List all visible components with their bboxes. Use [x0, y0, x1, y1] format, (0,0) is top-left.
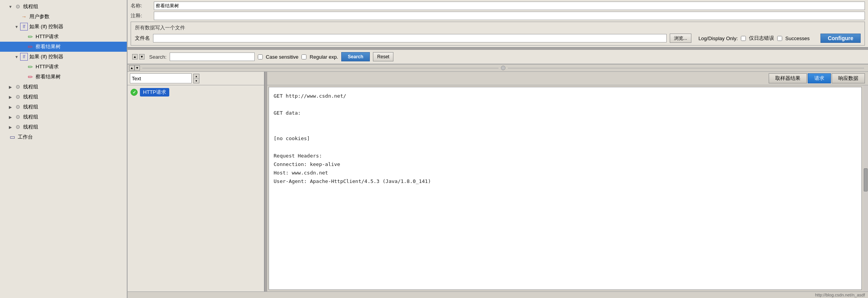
sidebar: ▼ ⚙ 线程组 → 用户参数 ▼ If 如果 (If) 控制器 ✏ HTTP请求… — [0, 0, 128, 298]
group-title: 所有数据写入一个文件 — [135, 24, 861, 31]
scroll-down-btn-2[interactable]: ▼ — [134, 65, 140, 71]
if-icon: If — [20, 23, 28, 30]
http-icon: ✏ — [26, 33, 34, 41]
scroll-down-btn[interactable]: ▼ — [139, 54, 145, 59]
spinner-up[interactable]: ▲ — [194, 74, 199, 79]
expand-arrow-2: ▶ — [8, 84, 13, 90]
name-row: 名称: — [131, 2, 865, 10]
gear-icon-5: ⚙ — [14, 113, 22, 121]
sidebar-item-http-request-2[interactable]: ✏ HTTP请求 — [0, 62, 127, 72]
comment-input[interactable] — [154, 12, 865, 20]
regex-label: Regular exp. — [310, 54, 338, 60]
tree-toolbar: Text ▲ ▼ — [128, 72, 264, 85]
search-input[interactable] — [170, 52, 255, 61]
spacer — [20, 34, 26, 39]
successes-label: Successes — [785, 36, 810, 41]
browse-button[interactable]: 浏览... — [670, 34, 691, 43]
gear-icon-3: ⚙ — [14, 93, 22, 101]
second-divider-row: ▲ ▼ — [128, 64, 868, 72]
sidebar-item-thread-group-3[interactable]: ▶ ⚙ 线程组 — [0, 92, 127, 102]
user-icon: → — [20, 13, 28, 20]
request-line-8: Request Headers: — [274, 152, 857, 160]
request-line-4 — [274, 117, 857, 126]
sidebar-item-label: 线程组 — [23, 3, 38, 10]
request-line-1: GET http://www.csdn.net/ — [274, 92, 857, 100]
expand-arrow-6: ▶ — [8, 124, 13, 130]
main-panel: 名称: 注释: 所有数据写入一个文件 文件名 浏览... Log/Display… — [128, 0, 868, 298]
scroll-thumb[interactable] — [864, 168, 868, 191]
spacer — [20, 44, 26, 49]
tree-icon-2: ✏ — [26, 73, 34, 81]
request-line-5 — [274, 126, 857, 134]
sidebar-item-result-tree-2[interactable]: ✏ 察看结果树 — [0, 72, 127, 82]
successes-checkbox[interactable] — [777, 36, 782, 41]
sidebar-item-thread-group-4[interactable]: ▶ ⚙ 线程组 — [0, 102, 127, 112]
scroll-position-indicator — [501, 66, 505, 70]
gear-icon-4: ⚙ — [14, 103, 22, 111]
file-input[interactable] — [153, 34, 667, 42]
sidebar-item-label: 察看结果树 — [36, 43, 61, 50]
case-sensitive-label: Case sensitive — [266, 54, 299, 60]
spinner-down[interactable]: ▼ — [194, 79, 199, 83]
sidebar-item-workbench[interactable]: ▭ 工作台 — [0, 132, 127, 142]
sidebar-item-result-tree-1[interactable]: ✏ 察看结果树 — [0, 42, 127, 52]
sidebar-item-label: HTTP请求 — [36, 63, 59, 70]
reset-button[interactable]: Reset — [373, 52, 393, 61]
sidebar-item-label: 用户参数 — [29, 13, 49, 20]
expand-arrow: ▼ — [8, 4, 13, 9]
configure-button[interactable]: Configure — [820, 34, 861, 43]
request-line-11: User-Agent: Apache-HttpClient/4.5.3 (Jav… — [274, 177, 857, 186]
sidebar-item-thread-group-5[interactable]: ▶ ⚙ 线程组 — [0, 112, 127, 122]
format-select[interactable]: Text — [130, 73, 192, 83]
scroll-up-btn[interactable]: ▲ — [132, 54, 138, 59]
status-bar: http://blog.csdn.net/n_asdf — [128, 291, 868, 298]
regex-checkbox[interactable] — [301, 54, 306, 59]
search-bar: ▲ ▼ Search: Case sensitive Regular exp. … — [128, 50, 868, 64]
log-display-label: Log/Display Only: — [698, 36, 738, 41]
format-spinner[interactable]: ▲ ▼ — [193, 74, 199, 83]
case-sensitive-checkbox[interactable] — [258, 54, 263, 59]
gear-icon-6: ⚙ — [14, 123, 22, 131]
sidebar-item-label: 线程组 — [23, 93, 38, 100]
config-section: 名称: 注释: 所有数据写入一个文件 文件名 浏览... Log/Display… — [128, 0, 868, 48]
errors-only-checkbox[interactable] — [741, 36, 746, 41]
content-area: Text ▲ ▼ ✓ HTTP请求 取样器结果 请求 — [128, 72, 868, 291]
gear-icon: ⚙ — [14, 3, 22, 10]
nav-arrows: ▲ ▼ — [131, 53, 146, 60]
file-group-box: 所有数据写入一个文件 文件名 浏览... Log/Display Only: 仅… — [131, 22, 865, 46]
group-title-text: 所有数据写入一个文件 — [135, 25, 185, 30]
tab-request[interactable]: 请求 — [808, 73, 831, 83]
spacer — [14, 14, 19, 19]
http-icon-2: ✏ — [26, 63, 34, 71]
expand-arrow-3: ▶ — [8, 94, 13, 100]
sidebar-item-label: 察看结果树 — [36, 73, 61, 80]
request-line-3: GET data: — [274, 109, 857, 117]
result-content-wrapper: GET http://www.csdn.net/ GET data: [no c… — [267, 85, 868, 291]
sidebar-item-thread-group-1[interactable]: ▼ ⚙ 线程组 — [0, 2, 127, 12]
format-label: Text — [132, 76, 141, 81]
name-input[interactable] — [154, 2, 865, 10]
sidebar-item-thread-group-2[interactable]: ▶ ⚙ 线程组 — [0, 82, 127, 92]
search-button[interactable]: Search — [341, 52, 370, 61]
spacer — [20, 74, 26, 80]
sidebar-item-label: 线程组 — [23, 103, 38, 110]
request-content: GET http://www.csdn.net/ GET data: [no c… — [269, 87, 862, 290]
tree-icon: ✏ — [26, 43, 34, 51]
sidebar-item-user-params[interactable]: → 用户参数 — [0, 12, 127, 22]
sidebar-item-if-controller-2[interactable]: ▼ If 如果 (If) 控制器 — [0, 52, 127, 62]
expand-arrow-5: ▶ — [8, 114, 13, 120]
request-line-6: [no cookies] — [274, 134, 857, 143]
request-line-10: Host: www.csdn.net — [274, 169, 857, 177]
tab-sampler-result[interactable]: 取样器结果 — [769, 73, 807, 83]
tree-node-http-request[interactable]: ✓ HTTP请求 — [129, 87, 262, 98]
result-scrollbar[interactable] — [863, 85, 868, 291]
tree-panel: Text ▲ ▼ ✓ HTTP请求 — [128, 72, 265, 291]
expand-arrow: ▼ — [14, 54, 19, 59]
if-icon-2: If — [20, 53, 28, 61]
sidebar-item-thread-group-6[interactable]: ▶ ⚙ 线程组 — [0, 122, 127, 132]
tab-response-data[interactable]: 响应数据 — [832, 73, 865, 83]
sidebar-item-if-controller-1[interactable]: ▼ If 如果 (If) 控制器 — [0, 22, 127, 32]
scroll-up-btn-2[interactable]: ▲ — [129, 65, 134, 71]
name-label: 名称: — [131, 2, 154, 9]
sidebar-item-http-request-1[interactable]: ✏ HTTP请求 — [0, 32, 127, 42]
